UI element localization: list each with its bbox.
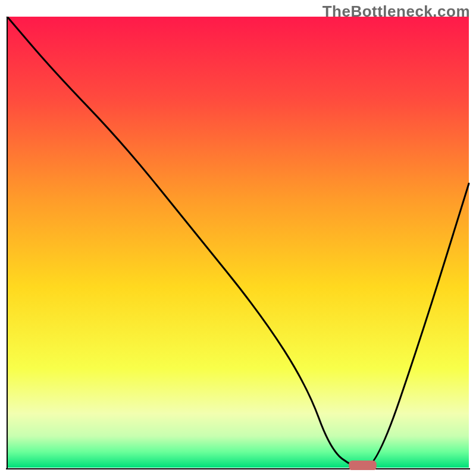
chart-svg xyxy=(6,17,470,470)
bottleneck-chart: TheBottleneck.com xyxy=(0,0,476,476)
optimal-marker xyxy=(349,461,377,470)
